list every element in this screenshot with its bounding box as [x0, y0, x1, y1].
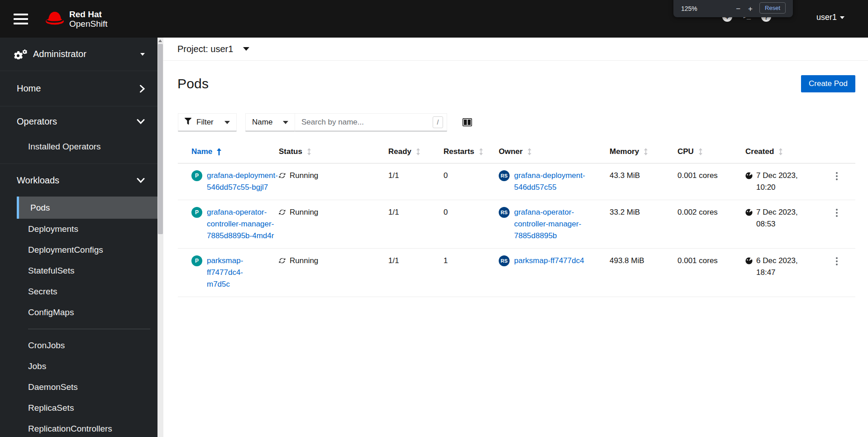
sidebar-divider: [28, 329, 150, 329]
filter-dropdown[interactable]: Filter: [178, 113, 237, 131]
globe-timestamp-icon: [745, 209, 753, 216]
zoom-reset-button[interactable]: Reset: [759, 2, 786, 14]
sort-icon: [307, 148, 311, 155]
pod-name-link[interactable]: grafana-deployment- 546dd57c55-bgjl7: [207, 170, 278, 193]
sidebar-section-operators: Operators Installed Operators: [0, 106, 157, 164]
redhat-openshift-logo[interactable]: Red Hat OpenShift: [44, 10, 108, 29]
scrollbar-thumb[interactable]: [158, 44, 163, 234]
sidebar-item-replicasets[interactable]: ReplicaSets: [0, 398, 157, 418]
hamburger-menu-icon[interactable]: [14, 14, 28, 24]
project-selector-label: Project: user1: [177, 44, 233, 54]
browser-zoom-popup: 125% − + Reset: [673, 0, 793, 17]
sort-icon: [416, 148, 420, 155]
globe-timestamp-icon: [745, 257, 753, 264]
sidebar-scrollbar[interactable]: [157, 38, 163, 437]
pod-status: Running: [290, 170, 318, 182]
pod-created: 7 Dec 2023, 08:53: [756, 206, 798, 230]
sidebar-item-cronjobs[interactable]: CronJobs: [0, 335, 157, 356]
sidebar-item-deploymentconfigs[interactable]: DeploymentConfigs: [0, 240, 157, 260]
sidebar-item-daemonsets[interactable]: DaemonSets: [0, 377, 157, 398]
chevron-right-icon: [139, 85, 145, 93]
column-header-restarts[interactable]: Restarts: [444, 147, 499, 156]
perspective-switcher[interactable]: Administrator: [0, 38, 157, 71]
redhat-fedora-icon: [44, 10, 65, 28]
replicaset-badge: RS: [499, 255, 510, 266]
kebab-menu-button[interactable]: [833, 206, 840, 242]
owner-link[interactable]: grafana-deployment- 546dd57c55: [514, 170, 585, 193]
sidebar-item-workloads[interactable]: Workloads: [0, 164, 157, 197]
pod-badge: P: [191, 170, 202, 181]
search-type-dropdown[interactable]: Name: [245, 113, 295, 131]
table-row: P parksmap-ff7477dc4- m7d5c Running 1/1 …: [178, 249, 855, 297]
sidebar-item-installed-operators[interactable]: Installed Operators: [0, 136, 157, 157]
zoom-in-button[interactable]: +: [748, 6, 753, 12]
sidebar-item-home[interactable]: Home: [0, 71, 157, 106]
table-header-row: Name Status Ready Restarts Owner: [178, 143, 855, 163]
column-header-ready[interactable]: Ready: [388, 147, 444, 156]
column-header-name[interactable]: Name: [178, 147, 279, 156]
sort-icon: [527, 148, 532, 155]
pod-restarts: 0: [444, 170, 499, 193]
pod-badge: P: [191, 207, 202, 218]
sidebar-item-replicationcontrollers[interactable]: ReplicationControllers: [0, 418, 157, 437]
owner-link[interactable]: grafana-operator- controller-manager- 78…: [514, 206, 581, 242]
username: user1: [816, 13, 837, 22]
chevron-down-icon: [243, 47, 249, 51]
gears-icon: [13, 49, 28, 59]
scrollbar-up-arrow-icon[interactable]: [158, 39, 162, 42]
pod-status: Running: [290, 255, 318, 267]
globe-timestamp-icon: [745, 172, 753, 179]
zoom-level: 125%: [681, 5, 697, 12]
sort-icon: [644, 148, 648, 155]
pod-name-link[interactable]: grafana-operator- controller-manager- 78…: [207, 206, 274, 242]
sort-icon: [698, 148, 703, 155]
sync-icon: [279, 209, 286, 216]
project-selector[interactable]: Project: user1: [163, 38, 868, 61]
column-header-cpu[interactable]: CPU: [677, 147, 745, 156]
pod-ready: 1/1: [388, 255, 444, 290]
toolbar: Filter Name /: [178, 113, 868, 131]
chevron-down-icon: [283, 121, 288, 124]
kebab-menu-button[interactable]: [833, 255, 840, 290]
chevron-down-icon: [224, 121, 230, 124]
pod-status: Running: [290, 206, 318, 218]
pod-restarts: 1: [444, 255, 499, 290]
replicaset-badge: RS: [499, 207, 510, 218]
sidebar-item-jobs[interactable]: Jobs: [0, 356, 157, 377]
main-content: Project: user1 Pods Create Pod Filter Na…: [163, 38, 868, 437]
sidebar-item-configmaps[interactable]: ConfigMaps: [0, 302, 157, 323]
pod-cpu: 0.001 cores: [677, 255, 745, 290]
kebab-menu-button[interactable]: [833, 170, 840, 193]
slash-shortcut-badge: /: [433, 116, 443, 128]
pod-restarts: 0: [444, 206, 499, 242]
sync-icon: [279, 172, 286, 179]
user-menu[interactable]: user1: [816, 13, 844, 22]
sidebar-nav: Administrator Home Operators Installed O…: [0, 38, 157, 437]
column-header-status[interactable]: Status: [279, 147, 388, 156]
pod-name-link[interactable]: parksmap-ff7477dc4- m7d5c: [207, 255, 279, 290]
column-header-memory[interactable]: Memory: [610, 147, 677, 156]
pod-memory: 493.8 MiB: [610, 255, 677, 290]
manage-columns-button[interactable]: [463, 118, 472, 126]
zoom-out-button[interactable]: −: [736, 6, 740, 12]
column-header-owner[interactable]: Owner: [499, 147, 610, 156]
sidebar-item-operators[interactable]: Operators: [0, 106, 157, 136]
chevron-down-icon: [840, 16, 844, 19]
pod-badge: P: [191, 255, 202, 266]
pod-created: 6 Dec 2023, 18:47: [756, 255, 798, 279]
sidebar-item-secrets[interactable]: Secrets: [0, 281, 157, 302]
sort-ascending-icon: [217, 148, 221, 155]
sidebar-item-deployments[interactable]: Deployments: [0, 219, 157, 240]
sidebar-item-pods[interactable]: Pods: [17, 197, 157, 219]
column-header-created[interactable]: Created: [745, 147, 822, 156]
create-pod-button[interactable]: Create Pod: [801, 75, 855, 92]
sidebar-item-statefulsets[interactable]: StatefulSets: [0, 260, 157, 281]
search-input[interactable]: [295, 113, 447, 131]
pod-memory: 43.3 MiB: [610, 170, 677, 193]
chevron-down-icon: [140, 53, 145, 56]
pod-memory: 33.2 MiB: [610, 206, 677, 242]
owner-link[interactable]: parksmap-ff7477dc4: [514, 255, 584, 267]
brand-text: Red Hat OpenShift: [69, 10, 108, 29]
search-wrapper: /: [295, 113, 447, 131]
filter-dropdown-label: Filter: [196, 118, 214, 127]
